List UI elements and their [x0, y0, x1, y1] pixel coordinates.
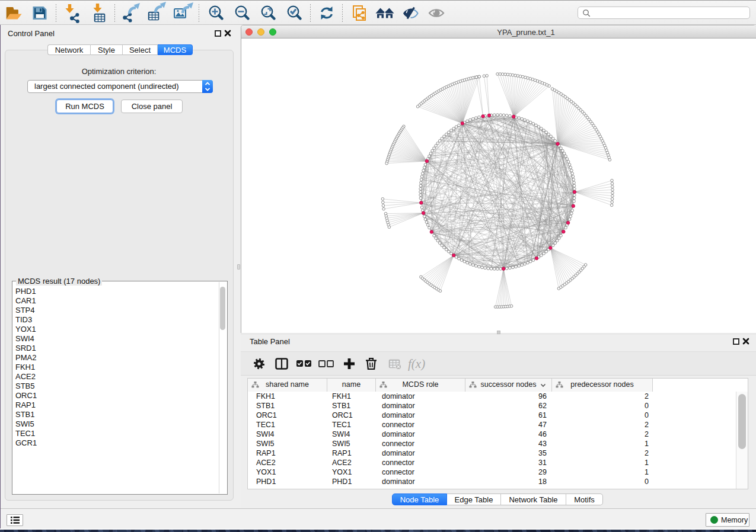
svg-text:f(x): f(x) [408, 357, 425, 371]
